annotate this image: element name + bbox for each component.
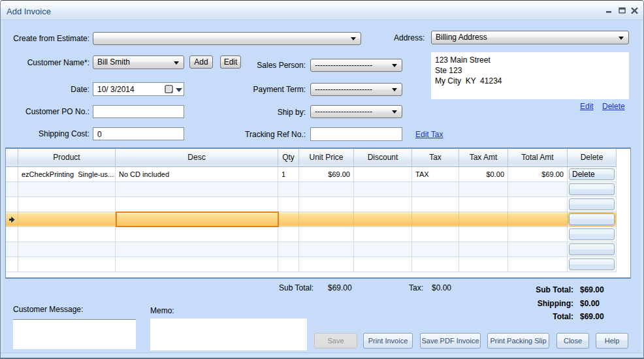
cell-delete-5[interactable] bbox=[568, 242, 617, 257]
tracking-ref-input[interactable] bbox=[310, 127, 402, 141]
print-packing-slip-button[interactable]: Print Packing Slip bbox=[487, 333, 549, 349]
cell-tax_amt-0[interactable]: $0.00 bbox=[459, 167, 508, 182]
cell-unit_price-3[interactable] bbox=[299, 212, 354, 227]
cell-discount-2[interactable] bbox=[354, 197, 412, 212]
create-from-estimate-select[interactable] bbox=[93, 32, 361, 45]
delete-row-button-5[interactable] bbox=[569, 243, 615, 255]
cell-delete-6[interactable] bbox=[568, 257, 617, 272]
row-selector-3[interactable] bbox=[6, 212, 18, 227]
column-header-delete[interactable]: Delete bbox=[568, 149, 617, 167]
payment-term-select[interactable]: ---------------------- bbox=[310, 83, 402, 96]
cell-total_amt-4[interactable] bbox=[508, 227, 568, 242]
address-select[interactable]: Billing Address bbox=[431, 31, 629, 44]
cell-tax_amt-5[interactable] bbox=[459, 242, 508, 257]
cell-tax_amt-6[interactable] bbox=[459, 257, 508, 272]
cell-tax_amt-2[interactable] bbox=[459, 197, 508, 212]
column-header-tax[interactable]: Tax bbox=[412, 149, 459, 167]
cell-tax-2[interactable] bbox=[412, 197, 459, 212]
cell-tax_amt-4[interactable] bbox=[459, 227, 508, 242]
address-delete-link[interactable]: Delete bbox=[602, 102, 625, 111]
cell-total_amt-2[interactable] bbox=[508, 197, 568, 212]
cell-tax-3[interactable] bbox=[412, 212, 459, 227]
cell-qty-5[interactable] bbox=[278, 242, 299, 257]
cell-qty-3[interactable] bbox=[278, 212, 299, 227]
cell-desc-0[interactable]: No CD included bbox=[116, 167, 278, 182]
delete-row-button-6[interactable] bbox=[569, 258, 615, 270]
cell-total_amt-1[interactable] bbox=[508, 182, 568, 197]
cell-unit_price-6[interactable] bbox=[299, 257, 354, 272]
column-header-qty[interactable]: Qty bbox=[278, 149, 299, 167]
cell-total_amt-6[interactable] bbox=[508, 257, 568, 272]
cell-desc-6[interactable] bbox=[116, 257, 278, 272]
minimize-icon[interactable] bbox=[605, 0, 612, 20]
cell-discount-4[interactable] bbox=[354, 227, 412, 242]
cell-product-1[interactable] bbox=[18, 182, 116, 197]
cell-tax-4[interactable] bbox=[412, 227, 459, 242]
cell-product-0[interactable]: ezCheckPrinting Single-us... bbox=[18, 167, 116, 182]
cell-desc-4[interactable] bbox=[116, 227, 278, 242]
cell-tax-0[interactable]: TAX bbox=[412, 167, 459, 182]
cell-unit_price-1[interactable] bbox=[299, 182, 354, 197]
calendar-icon[interactable] bbox=[165, 85, 173, 93]
row-selector-6[interactable] bbox=[6, 257, 18, 272]
column-header-total_amt[interactable]: Total Amt bbox=[508, 149, 568, 167]
cell-unit_price-2[interactable] bbox=[299, 197, 354, 212]
cell-unit_price-4[interactable] bbox=[299, 227, 354, 242]
cell-product-6[interactable] bbox=[18, 257, 116, 272]
row-selector-1[interactable] bbox=[6, 182, 18, 197]
close-button[interactable]: Close bbox=[556, 333, 589, 349]
row-selector-header[interactable] bbox=[6, 149, 18, 167]
cell-total_amt-5[interactable] bbox=[508, 242, 568, 257]
cell-tax_amt-1[interactable] bbox=[459, 182, 508, 197]
cell-discount-6[interactable] bbox=[354, 257, 412, 272]
customer-message-input[interactable] bbox=[13, 319, 136, 349]
ship-by-select[interactable]: ---------------------- bbox=[310, 105, 402, 118]
delete-row-button-0[interactable]: Delete bbox=[569, 168, 615, 180]
cell-discount-1[interactable] bbox=[354, 182, 412, 197]
cell-tax-1[interactable] bbox=[412, 182, 459, 197]
customer-name-select[interactable]: Bill Smith bbox=[93, 55, 184, 69]
cell-delete-2[interactable] bbox=[568, 197, 617, 212]
address-edit-link[interactable]: Edit bbox=[580, 102, 594, 111]
cell-qty-4[interactable] bbox=[278, 227, 299, 242]
memo-input[interactable] bbox=[150, 319, 307, 351]
cell-discount-3[interactable] bbox=[354, 212, 412, 227]
row-selector-0[interactable] bbox=[6, 167, 18, 182]
delete-row-button-1[interactable] bbox=[569, 183, 615, 195]
cell-delete-1[interactable] bbox=[568, 182, 617, 197]
column-header-product[interactable]: Product bbox=[18, 149, 116, 167]
delete-row-button-4[interactable] bbox=[569, 228, 615, 240]
cell-qty-2[interactable] bbox=[278, 197, 299, 212]
cell-tax-6[interactable] bbox=[412, 257, 459, 272]
column-header-discount[interactable]: Discount bbox=[354, 149, 412, 167]
cell-delete-0[interactable]: Delete bbox=[568, 167, 617, 182]
cell-delete-4[interactable] bbox=[568, 227, 617, 242]
cell-total_amt-3[interactable] bbox=[508, 212, 568, 227]
save-pdf-invoice-button[interactable]: Save PDF Invoice bbox=[420, 333, 481, 349]
cell-desc-2[interactable] bbox=[116, 197, 278, 212]
column-header-tax_amt[interactable]: Tax Amt bbox=[459, 149, 508, 167]
cell-tax_amt-3[interactable] bbox=[459, 212, 508, 227]
save-button[interactable]: Save bbox=[314, 333, 357, 349]
cell-tax-5[interactable] bbox=[412, 242, 459, 257]
row-selector-2[interactable] bbox=[6, 197, 18, 212]
cell-unit_price-5[interactable] bbox=[299, 242, 354, 257]
row-selector-5[interactable] bbox=[6, 242, 18, 257]
date-input[interactable]: 10/ 3/2014 bbox=[93, 82, 184, 96]
cell-qty-1[interactable] bbox=[278, 182, 299, 197]
maximize-icon[interactable] bbox=[619, 0, 626, 20]
cell-product-2[interactable] bbox=[18, 197, 116, 212]
cell-product-4[interactable] bbox=[18, 227, 116, 242]
print-invoice-button[interactable]: Print Invoice bbox=[363, 333, 413, 349]
shipping-cost-input[interactable]: 0 bbox=[93, 127, 184, 140]
delete-row-button-3[interactable] bbox=[569, 213, 615, 225]
sales-person-select[interactable]: ---------------------- bbox=[310, 59, 402, 72]
column-header-unit_price[interactable]: Unit Price bbox=[299, 149, 354, 167]
cell-desc-1[interactable] bbox=[116, 182, 278, 197]
close-icon[interactable] bbox=[631, 0, 638, 20]
delete-row-button-2[interactable] bbox=[569, 198, 615, 210]
customer-po-input[interactable] bbox=[93, 105, 184, 118]
cell-delete-3[interactable] bbox=[568, 212, 617, 227]
help-button[interactable]: Help bbox=[596, 333, 628, 349]
cell-qty-0[interactable]: 1 bbox=[278, 167, 299, 182]
